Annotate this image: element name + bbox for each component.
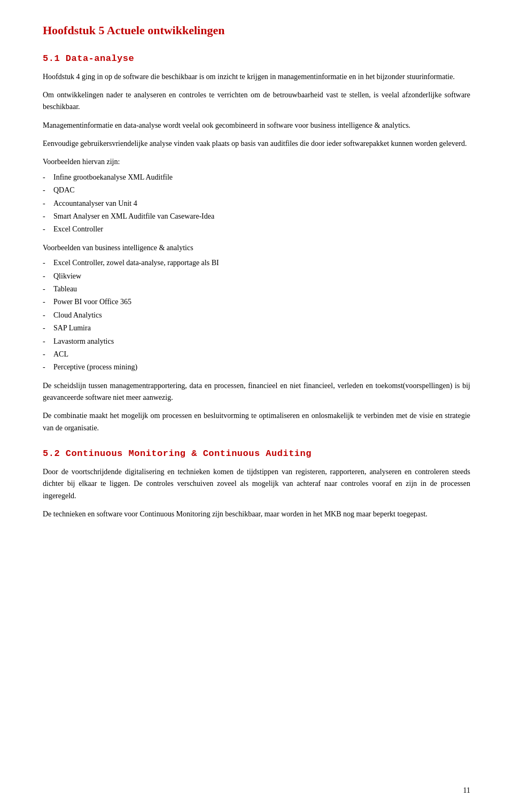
list-item: Excel Controller xyxy=(43,223,470,235)
section-5-1-para-1: Hoofdstuk 4 ging in op de software die b… xyxy=(43,71,470,83)
section-5-1: 5.1 Data-analyse Hoofdstuk 4 ging in op … xyxy=(43,52,470,434)
list1-label: Voorbeelden hiervan zijn: xyxy=(43,156,470,168)
list-item: Tableau xyxy=(43,283,470,295)
list-item: Perceptive (process mining) xyxy=(43,361,470,373)
section-5-1-closing-1: De scheidslijn tussen managementrapporte… xyxy=(43,380,470,404)
list-item: ACL xyxy=(43,349,470,360)
list-item: Smart Analyser en XML Auditfile van Case… xyxy=(43,211,470,222)
list-item: QDAC xyxy=(43,184,470,196)
list2-label: Voorbeelden van business intelligence & … xyxy=(43,242,470,254)
list-item: SAP Lumira xyxy=(43,322,470,334)
section-5-2-para-1: Door de voortschrijdende digitalisering … xyxy=(43,466,470,502)
chapter-title: Hoofdstuk 5 Actuele ontwikkelingen xyxy=(43,21,470,39)
list-item: Infine grootboekanalyse XML Auditfile xyxy=(43,172,470,183)
list-item: Power BI voor Office 365 xyxy=(43,296,470,308)
section-5-2-title: 5.2 Continuous Monitoring & Continuous A… xyxy=(43,447,470,461)
section-5-1-title: 5.1 Data-analyse xyxy=(43,52,470,66)
section-5-1-closing-2: De combinatie maakt het mogelijk om proc… xyxy=(43,410,470,434)
audit-software-list: Infine grootboekanalyse XML Auditfile QD… xyxy=(43,172,470,236)
section-5-1-para-2: Om ontwikkelingen nader te analyseren en… xyxy=(43,89,470,113)
list-item: Accountanalyser van Unit 4 xyxy=(43,198,470,210)
section-5-2-para-2: De technieken en software voor Continuou… xyxy=(43,508,470,520)
section-5-1-para-3: Managementinformatie en data-analyse wor… xyxy=(43,120,470,132)
section-5-1-para-4: Eenvoudige gebruikersvriendelijke analys… xyxy=(43,138,470,150)
list-item: Cloud Analytics xyxy=(43,310,470,321)
list-item: Lavastorm analytics xyxy=(43,336,470,347)
section-5-2: 5.2 Continuous Monitoring & Continuous A… xyxy=(43,447,470,520)
list-item: Excel Controller, zowel data-analyse, ra… xyxy=(43,257,470,269)
bi-analytics-list: Excel Controller, zowel data-analyse, ra… xyxy=(43,257,470,374)
list-item: Qlikview xyxy=(43,270,470,282)
page-number: 11 xyxy=(463,785,470,796)
